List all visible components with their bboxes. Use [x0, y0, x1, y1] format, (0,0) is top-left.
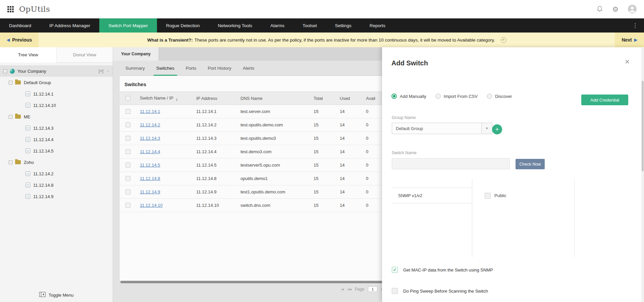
switch-label: 11.12.14.8: [33, 183, 53, 188]
tab-port-history[interactable]: Port History: [202, 61, 237, 75]
radio-discover[interactable]: Discover: [487, 94, 512, 99]
ping-sweep-checkbox[interactable]: [392, 288, 398, 294]
tab-donut-view[interactable]: Donut View: [56, 47, 113, 63]
vertical-scrollbar-thumb[interactable]: [642, 81, 644, 171]
collapse-control[interactable]: -: [107, 69, 109, 73]
tree-switch-item[interactable]: 11.12.14.2: [0, 168, 113, 179]
switch-name-input[interactable]: [392, 158, 510, 169]
tab-alerts[interactable]: Alerts: [237, 61, 260, 75]
chevron-down-icon[interactable]: ▼: [481, 123, 492, 134]
row-checkbox[interactable]: [125, 109, 130, 114]
collapse-box-icon[interactable]: −: [3, 69, 7, 73]
nav-item-switch-port-mapper[interactable]: Switch Port Mapper: [99, 18, 157, 33]
switch-link[interactable]: 11.12.14.9: [140, 189, 160, 194]
tree-root-label: Your Company: [17, 69, 46, 74]
previous-page-icon[interactable]: ◀◀: [347, 288, 351, 291]
nav-overflow-menu-icon[interactable]: ⋮: [626, 18, 644, 33]
tree-group-default-group[interactable]: − Default Group: [0, 77, 113, 88]
switch-icon: [25, 194, 30, 199]
notifications-bell-icon[interactable]: [597, 6, 603, 12]
tree-group-zoho[interactable]: − Zoho: [0, 157, 113, 168]
page-number-input[interactable]: [368, 286, 377, 292]
ip-cell: 11.12.14.5: [192, 163, 236, 168]
nav-item-reports[interactable]: Reports: [361, 18, 394, 33]
horizontal-scrollbar-thumb[interactable]: [120, 281, 417, 283]
tree-switch-item[interactable]: 11.12.14.9: [0, 191, 113, 202]
credential-type-snmp[interactable]: SNMP v1/v2: [392, 188, 472, 203]
switch-icon: [25, 103, 30, 108]
nav-item-ip-address-manager[interactable]: IP Address Manager: [40, 18, 99, 33]
banner-close-icon[interactable]: ✕: [501, 37, 506, 43]
dns-cell: testserver5.opu.com: [236, 163, 310, 168]
used-cell: 14: [336, 149, 362, 154]
tree-group-me[interactable]: − ME: [0, 111, 113, 122]
collapse-box-icon[interactable]: −: [9, 161, 12, 164]
switch-link[interactable]: 11.12.14.2: [140, 122, 160, 127]
vertical-scrollbar[interactable]: [641, 47, 644, 302]
toggle-menu-button[interactable]: Toggle Menu: [0, 288, 113, 302]
get-mac-ip-checkbox[interactable]: ✓: [392, 267, 398, 273]
row-checkbox[interactable]: [125, 189, 130, 194]
add-group-button[interactable]: +: [492, 124, 502, 134]
nav-item-dashboard[interactable]: Dashboard: [0, 18, 40, 33]
column-header-total[interactable]: Total: [310, 96, 336, 101]
tree-switch-item[interactable]: 11.12.14.4: [0, 134, 113, 145]
tab-switches[interactable]: Switches: [151, 61, 180, 75]
nav-item-alarms[interactable]: Alarms: [261, 18, 293, 33]
nav-item-settings[interactable]: Settings: [326, 18, 361, 33]
tree-switch-item[interactable]: 11.12.14.10: [0, 100, 113, 111]
column-header-dns[interactable]: DNS Name: [236, 96, 310, 101]
oputils-app: OpUtils ⚙ Dashboard IP Address Manager S…: [0, 0, 644, 302]
nav-item-toolset[interactable]: Toolset: [293, 18, 326, 33]
switch-link[interactable]: 11.12.14.3: [140, 136, 160, 141]
nav-item-rogue-detection[interactable]: Rogue Detection: [157, 18, 209, 33]
row-checkbox[interactable]: [125, 149, 130, 154]
add-credential-button[interactable]: Add Credential: [581, 95, 628, 105]
switch-link[interactable]: 11.12.14.1: [140, 109, 160, 114]
tree-switch-item[interactable]: 11.12.14.3: [0, 122, 113, 134]
tab-summary[interactable]: Summary: [120, 61, 151, 75]
public-checkbox[interactable]: [485, 193, 491, 199]
panel-close-icon[interactable]: ✕: [625, 58, 630, 66]
switch-link[interactable]: 11.12.14.4: [140, 149, 160, 154]
settings-gear-icon[interactable]: ⚙: [612, 6, 619, 13]
tree-switch-item[interactable]: 11.12.14.1: [0, 88, 113, 100]
banner-previous-button[interactable]: ◀ Previous: [0, 33, 39, 47]
tree-switch-item[interactable]: 11.12.14.8: [0, 179, 113, 191]
row-checkbox[interactable]: [125, 176, 130, 181]
row-checkbox[interactable]: [125, 203, 130, 208]
apps-grid-icon[interactable]: [7, 6, 14, 12]
check-now-button[interactable]: Check Now: [516, 159, 545, 169]
used-cell: 14: [336, 176, 362, 181]
tab-ports[interactable]: Ports: [180, 61, 202, 75]
collapse-box-icon[interactable]: −: [9, 81, 12, 84]
switch-link[interactable]: 11.12.14.5: [140, 163, 160, 168]
total-cell: 15: [310, 136, 336, 141]
switch-link[interactable]: 11.12.14.8: [140, 176, 160, 181]
select-all-checkbox[interactable]: [125, 96, 130, 101]
switch-label: 11.12.14.3: [33, 126, 53, 131]
first-page-icon[interactable]: |◀: [341, 288, 343, 291]
group-name-select[interactable]: Default Group ▼: [392, 123, 492, 134]
radio-label: Add Manually: [400, 94, 426, 99]
page-tab-your-company[interactable]: Your Company: [113, 47, 159, 61]
banner-next-button[interactable]: Next ▶: [615, 33, 644, 47]
nav-item-networking-tools[interactable]: Networking Tools: [209, 18, 262, 33]
row-checkbox[interactable]: [125, 136, 130, 141]
column-header-used[interactable]: Used: [336, 96, 362, 101]
column-header-ip[interactable]: IP Address: [192, 96, 236, 101]
add-group-control[interactable]: [+]: [99, 69, 103, 73]
switch-link[interactable]: 11.12.14.10: [140, 203, 163, 208]
tab-tree-view[interactable]: Tree View: [0, 47, 56, 63]
tree-switch-item[interactable]: 11.12.14.5: [0, 145, 113, 157]
ip-cell: 11.12.14.1: [192, 109, 236, 114]
tree-root-your-company[interactable]: − Your Company [+] -: [0, 65, 113, 77]
column-header-switch-name[interactable]: Switch Name / IP▲▼: [136, 96, 192, 101]
radio-add-manually[interactable]: Add Manually: [391, 94, 426, 99]
radio-import-from-csv[interactable]: Import From CSV: [435, 94, 478, 99]
user-avatar[interactable]: [628, 5, 637, 13]
row-checkbox[interactable]: [125, 163, 130, 168]
sort-icon[interactable]: ▲▼: [176, 98, 178, 101]
collapse-box-icon[interactable]: −: [9, 115, 12, 119]
row-checkbox[interactable]: [125, 122, 130, 127]
